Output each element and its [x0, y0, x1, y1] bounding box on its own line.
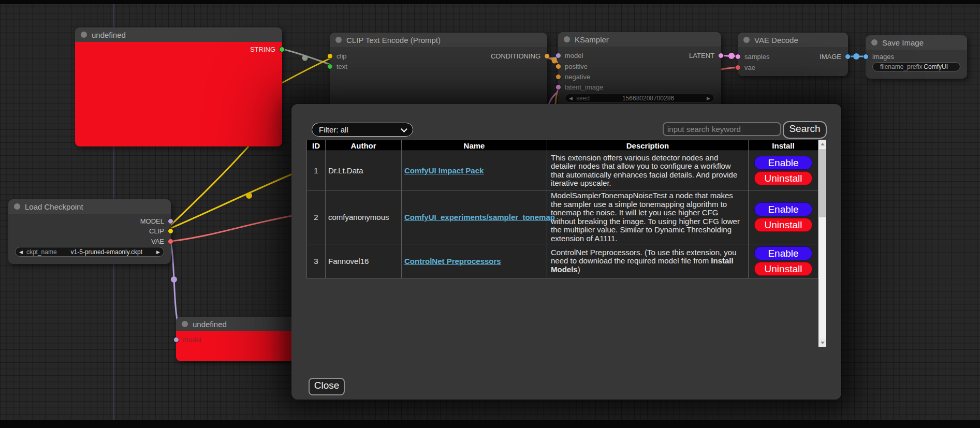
- collapse-dot-icon[interactable]: [81, 32, 87, 38]
- scroll-down-arrow-icon[interactable]: [818, 338, 826, 347]
- search-button[interactable]: Search: [783, 121, 827, 139]
- node-title: undefined: [92, 31, 126, 39]
- ext-description: ControlNet Preprocessors. (To use this e…: [547, 244, 749, 278]
- node-undefined-top[interactable]: undefined STRING: [75, 27, 282, 146]
- widget-value: ComfyUI: [922, 63, 956, 70]
- uninstall-button[interactable]: Uninstall: [754, 262, 812, 276]
- node-load-checkpoint[interactable]: Load Checkpoint MODEL CLIP VAE ◀ ckpt_na…: [8, 199, 171, 264]
- input-slot-model: model: [173, 336, 201, 343]
- widget-left-arrow-icon[interactable]: ◀: [569, 96, 573, 101]
- col-id: ID: [307, 140, 326, 151]
- ext-name-link[interactable]: ComfyUI Impact Pack: [404, 166, 484, 175]
- ext-description: This extension offers various detector n…: [547, 151, 749, 190]
- ext-name-link[interactable]: ComfyUI_experiments/sampler_tonemap: [404, 213, 555, 222]
- widget-right-arrow-icon[interactable]: ▶: [156, 249, 160, 255]
- images-input-dot[interactable]: [863, 54, 869, 60]
- samples-input-dot[interactable]: [735, 54, 741, 60]
- node-title: CLIP Text Encode (Prompt): [346, 36, 441, 45]
- node-title-bar[interactable]: undefined: [75, 27, 282, 42]
- collapse-dot-icon[interactable]: [335, 37, 342, 43]
- enable-button[interactable]: Enable: [754, 246, 812, 260]
- clip-input-dot[interactable]: [327, 53, 333, 59]
- input-label: vae: [744, 64, 755, 71]
- filename-prefix-widget[interactable]: filename_prefix ComfyUI: [872, 62, 960, 71]
- input-label: clip: [337, 52, 347, 60]
- model-input-dot[interactable]: [555, 53, 561, 58]
- ext-id: 2: [307, 190, 326, 244]
- output-label: STRING: [250, 46, 275, 53]
- table-scrollbar[interactable]: [818, 140, 826, 347]
- positive-input-dot[interactable]: [555, 64, 561, 69]
- collapse-dot-icon[interactable]: [743, 37, 750, 43]
- image-output-dot[interactable]: [845, 54, 851, 60]
- vae-input-dot[interactable]: [735, 65, 741, 70]
- latent-image-input-dot[interactable]: [555, 84, 561, 90]
- window-top-strip: [0, 0, 980, 4]
- conditioning-output-dot[interactable]: [544, 53, 550, 59]
- input-slot-model: model: [555, 52, 583, 59]
- latent-output-dot[interactable]: [718, 53, 724, 58]
- model-input-dot[interactable]: [173, 337, 179, 343]
- collapse-dot-icon[interactable]: [871, 39, 877, 46]
- wire-clip-b: [165, 174, 292, 231]
- string-output-dot[interactable]: [279, 47, 285, 52]
- collapse-dot-icon[interactable]: [14, 203, 20, 210]
- node-vae-decode[interactable]: VAE Decode samples vae IMAGE: [738, 33, 848, 76]
- input-slot-latent-image: latent_image: [555, 83, 603, 91]
- node-clip-text-encode[interactable]: CLIP Text Encode (Prompt) clip text COND…: [330, 33, 547, 110]
- output-label: IMAGE: [820, 53, 841, 61]
- scrollbar-thumb[interactable]: [819, 149, 826, 217]
- node-title-bar[interactable]: Save Image: [866, 35, 967, 50]
- table-row: 1 Dr.Lt.Data ComfyUI Impact Pack This ex…: [307, 151, 818, 190]
- desc-text: ControlNet Preprocessors. (To use this e…: [551, 248, 737, 265]
- seed-widget[interactable]: ◀ seed 156680208700286 ▶: [565, 94, 714, 102]
- output-slot-clip: CLIP: [149, 227, 173, 234]
- search-input[interactable]: [663, 122, 781, 136]
- model-output-dot[interactable]: [168, 218, 173, 224]
- node-title-bar[interactable]: Load Checkpoint: [8, 199, 171, 214]
- node-ksampler[interactable]: KSampler model positive negative latent_…: [558, 32, 721, 107]
- ext-name-link[interactable]: ControlNet Preprocessors: [404, 257, 501, 265]
- enable-button[interactable]: Enable: [754, 156, 812, 170]
- widget-right-arrow-icon[interactable]: ▶: [707, 96, 710, 101]
- scroll-up-arrow-icon[interactable]: [818, 140, 826, 148]
- node-title-bar[interactable]: VAE Decode: [738, 33, 848, 47]
- output-label: LATENT: [689, 52, 714, 60]
- output-label: CLIP: [149, 227, 164, 235]
- node-title-bar[interactable]: KSampler: [558, 32, 721, 47]
- negative-input-dot[interactable]: [555, 74, 561, 80]
- clip-output-dot[interactable]: [168, 228, 173, 234]
- input-slot-positive: positive: [555, 63, 588, 70]
- text-input-dot[interactable]: [327, 64, 333, 69]
- output-slot-image: IMAGE: [820, 53, 851, 60]
- ext-author: Dr.Lt.Data: [326, 151, 402, 190]
- widget-value: v1-5-pruned-emaonly.ckpt: [57, 248, 156, 256]
- node-title: Save Image: [882, 38, 924, 47]
- wire-clip-dot: [246, 193, 252, 199]
- wire-latent-dot: [728, 53, 735, 59]
- collapse-dot-icon[interactable]: [182, 321, 188, 327]
- vae-output-dot[interactable]: [168, 239, 173, 244]
- input-slot-negative: negative: [555, 73, 590, 80]
- desc-text: ): [578, 265, 580, 274]
- ckpt-name-widget[interactable]: ◀ ckpt_name v1-5-pruned-emaonly.ckpt ▶: [15, 247, 164, 257]
- node-title-bar[interactable]: undefined: [176, 317, 311, 331]
- uninstall-button[interactable]: Uninstall: [754, 171, 812, 185]
- ext-id: 1: [307, 151, 326, 190]
- node-title-bar[interactable]: CLIP Text Encode (Prompt): [330, 33, 547, 47]
- filter-select-wrap: Filter: all: [312, 123, 413, 137]
- ext-author: comfyanonymous: [326, 190, 402, 244]
- widget-left-arrow-icon[interactable]: ◀: [19, 249, 23, 255]
- window-bottom-strip: [0, 420, 980, 428]
- node-title: Load Checkpoint: [25, 202, 83, 211]
- widget-label: ckpt_name: [26, 248, 57, 256]
- filter-select[interactable]: Filter: all: [312, 123, 413, 137]
- node-save-image[interactable]: Save Image images filename_prefix ComfyU…: [866, 35, 967, 79]
- close-button[interactable]: Close: [309, 378, 345, 395]
- uninstall-button[interactable]: Uninstall: [754, 218, 812, 232]
- widget-value: 156680208700286: [590, 95, 707, 102]
- enable-button[interactable]: Enable: [754, 202, 812, 216]
- collapse-dot-icon[interactable]: [564, 36, 570, 42]
- node-undefined-bottom[interactable]: undefined model: [176, 317, 311, 361]
- widget-label: seed: [576, 95, 590, 102]
